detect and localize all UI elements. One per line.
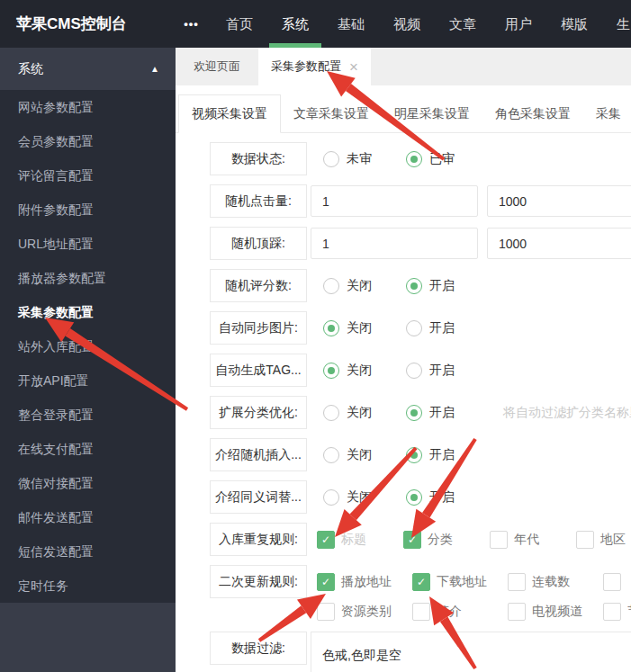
window-tab-2[interactable]: 采集参数配置× <box>258 48 371 85</box>
radio-option[interactable]: 关闭 <box>323 363 372 379</box>
checkbox-option[interactable]: ✓简介 <box>412 603 508 621</box>
radio-option[interactable]: 关闭 <box>323 447 372 463</box>
top-nav-item-label: 用户 <box>505 16 532 31</box>
window-tab-label: 采集参数配置 <box>271 48 341 85</box>
checkbox-option[interactable]: ✓年代 <box>490 531 576 549</box>
radio-option[interactable]: 未审 <box>323 151 372 167</box>
top-nav-item-4[interactable]: 视频 <box>379 0 435 48</box>
checkbox-option[interactable]: ✓地区 <box>576 531 631 549</box>
settings-tab-2[interactable]: 文章采集设置 <box>281 94 382 132</box>
top-nav-item-5[interactable]: 文章 <box>435 0 491 48</box>
row-controls: ✓标题✓分类✓年代✓地区✓ <box>307 523 631 551</box>
row-label: 介绍随机插入... <box>210 438 307 471</box>
sidebar-item-3[interactable]: 评论留言配置 <box>0 158 176 193</box>
radio-label: 开启 <box>429 489 455 506</box>
checkbox-option[interactable]: ✓节 <box>603 603 631 621</box>
checkbox-option[interactable]: ✓标题 <box>317 531 403 549</box>
top-nav-item-label: 首页 <box>226 16 253 31</box>
settings-tab-1[interactable]: 视频采集设置 <box>178 94 281 133</box>
close-icon[interactable]: × <box>349 59 358 75</box>
form-row-7: 扩展分类优化:关闭开启将自动过滤扩分类名称里的 <box>210 396 631 429</box>
sidebar-item-10[interactable]: 整合登录配置 <box>0 398 176 432</box>
sidebar-item-11[interactable]: 在线支付配置 <box>0 432 176 466</box>
number-input-2[interactable] <box>487 228 631 259</box>
checkbox-option[interactable]: ✓下载地址 <box>412 573 508 591</box>
radio-option[interactable]: 开启 <box>406 363 455 379</box>
checkbox-option[interactable]: ✓电视频道 <box>508 603 603 621</box>
settings-tab-4[interactable]: 角色采集设置 <box>482 94 583 132</box>
checkbox-label: 播放地址 <box>341 574 392 590</box>
radio-option[interactable]: 开启 <box>406 405 455 421</box>
sidebar-item-6[interactable]: 播放器参数配置 <box>0 261 176 295</box>
radio-dot <box>410 494 418 501</box>
top-nav-item-3[interactable]: 基础 <box>323 0 379 48</box>
radio-label: 开启 <box>429 405 455 421</box>
sidebar-item-9[interactable]: 开放API配置 <box>0 363 176 398</box>
radio-icon <box>406 278 422 294</box>
window-tab-1[interactable]: 欢迎页面 <box>176 48 258 85</box>
row-controls: 关闭开启 <box>311 354 476 387</box>
radio-icon <box>406 447 422 463</box>
filter-input[interactable] <box>311 632 631 672</box>
top-nav-item-1[interactable]: 首页 <box>212 0 267 48</box>
top-nav-item-label: 文章 <box>449 16 476 31</box>
window-tab-bar: 欢迎页面采集参数配置× <box>176 48 631 85</box>
top-nav-item-8[interactable]: 生 <box>602 0 631 48</box>
top-nav-item-label: 模版 <box>561 16 588 31</box>
checkbox-option[interactable]: ✓资源类别 <box>317 603 412 621</box>
sidebar-group-header[interactable]: 系统 ▲ <box>0 48 176 90</box>
checkbox-icon: ✓ <box>603 573 621 591</box>
row-controls: 关闭开启将自动过滤扩分类名称里的 <box>311 396 631 429</box>
sidebar-item-12[interactable]: 微信对接配置 <box>0 466 176 500</box>
checkbox-option[interactable]: ✓分类 <box>403 531 490 549</box>
top-nav-item-6[interactable]: 用户 <box>491 0 546 48</box>
settings-tab-3[interactable]: 明星采集设置 <box>382 94 482 132</box>
radio-option[interactable]: 关闭 <box>323 489 372 506</box>
sidebar-item-14[interactable]: 短信发送配置 <box>0 534 176 569</box>
radio-option[interactable]: 关闭 <box>323 278 372 294</box>
checkbox-option[interactable]: ✓连载数 <box>508 573 603 591</box>
radio-option[interactable]: 开启 <box>406 489 455 506</box>
sidebar-item-1[interactable]: 网站参数配置 <box>0 90 176 124</box>
radio-icon <box>323 405 339 421</box>
checkbox-option[interactable]: ✓ <box>603 573 631 591</box>
sidebar-item-2[interactable]: 会员参数配置 <box>0 124 176 158</box>
radio-icon <box>323 320 339 336</box>
checkbox-label: 资源类别 <box>341 604 392 620</box>
row-controls <box>311 184 631 218</box>
checkbox-label: 连载数 <box>532 574 570 590</box>
top-nav-item-7[interactable]: 模版 <box>546 0 602 48</box>
checkbox-label: 下载地址 <box>437 574 487 590</box>
radio-option[interactable]: 开启 <box>406 447 455 463</box>
form-row-4: 随机评分数:关闭开启 <box>210 269 631 302</box>
sidebar: 系统 ▲ 网站参数配置会员参数配置评论留言配置附件参数配置URL地址配置播放器参… <box>0 48 176 672</box>
row-controls: 关闭开启 <box>311 269 476 302</box>
sidebar-item-15[interactable]: 定时任务 <box>0 569 176 603</box>
number-input-1[interactable] <box>311 185 478 217</box>
radio-option[interactable]: 关闭 <box>323 320 372 336</box>
sidebar-item-4[interactable]: 附件参数配置 <box>0 193 176 227</box>
more-menu-icon[interactable]: ••• <box>171 17 212 31</box>
settings-form: 数据状态:未审已审随机点击量:随机顶踩:随机评分数:关闭开启自动同步图片:关闭开… <box>176 133 631 672</box>
number-input-1[interactable] <box>311 228 478 259</box>
sidebar-group-title: 系统 <box>18 61 43 77</box>
checkbox-label: 电视频道 <box>532 604 582 620</box>
number-input-2[interactable] <box>487 185 631 217</box>
radio-dot <box>410 156 418 163</box>
radio-option[interactable]: 开启 <box>406 278 455 294</box>
sidebar-item-7[interactable]: 采集参数配置 <box>0 295 176 329</box>
top-nav-item-2[interactable]: 系统 <box>267 0 323 48</box>
sidebar-item-5[interactable]: URL地址配置 <box>0 227 176 261</box>
radio-option[interactable]: 开启 <box>406 320 455 336</box>
sidebar-item-13[interactable]: 邮件发送配置 <box>0 500 176 534</box>
sidebar-item-8[interactable]: 站外入库配置 <box>0 329 176 363</box>
radio-dot <box>410 452 418 459</box>
settings-tab-5[interactable]: 采集 <box>583 94 631 132</box>
checkbox-option[interactable]: ✓播放地址 <box>317 573 412 591</box>
row-label: 二次更新规则: <box>210 565 307 598</box>
row-controls <box>311 632 631 672</box>
radio-option[interactable]: 已审 <box>406 151 455 167</box>
radio-icon <box>323 363 339 379</box>
radio-option[interactable]: 关闭 <box>323 405 372 421</box>
checkbox-label: 简介 <box>437 604 462 620</box>
